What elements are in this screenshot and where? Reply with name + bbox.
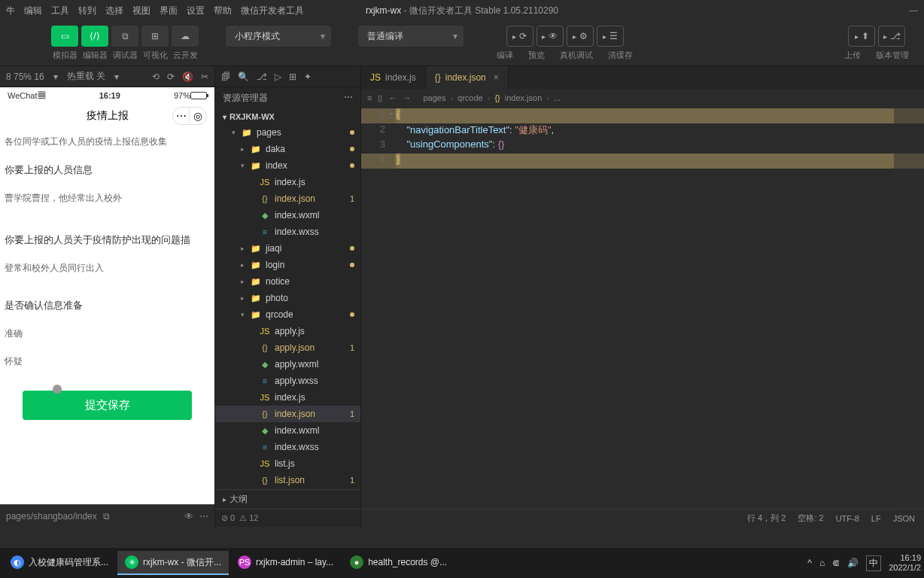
taskbar-item[interactable]: ●health_records @... bbox=[342, 551, 454, 575]
tray-cloud-icon[interactable]: ⌂ bbox=[819, 558, 825, 568]
tree-item-photo[interactable]: ▸📁photo bbox=[215, 290, 360, 306]
tray-ime[interactable]: 中 bbox=[866, 555, 881, 571]
tree-item-index.json[interactable]: {}index.json1 bbox=[215, 406, 360, 422]
cursor-pos[interactable]: 行 4，列 2 bbox=[747, 513, 786, 524]
mode-dropdown[interactable]: 小程序模式 bbox=[226, 26, 331, 47]
tray-up-icon[interactable]: ^ bbox=[807, 558, 812, 568]
clear-cache-button[interactable]: ☰ bbox=[597, 26, 624, 47]
menu-goto[interactable]: 转到 bbox=[78, 5, 96, 17]
tree-item-pages[interactable]: ▾📁pages bbox=[215, 124, 360, 141]
taskbar: ◐入校健康码管理系...✳rxjkm-wx - 微信开...PSrxjkm-ad… bbox=[0, 548, 924, 578]
submit-button[interactable]: 提交保存 bbox=[23, 391, 192, 420]
version-button[interactable]: ⎇ bbox=[878, 26, 905, 47]
tree-item-index.js[interactable]: JSindex.js bbox=[215, 174, 360, 190]
tab-index.json[interactable]: {}index.json× bbox=[426, 66, 509, 89]
refresh-icon[interactable]: ⟲ bbox=[152, 71, 160, 82]
tree-item-index.wxml[interactable]: ◆index.wxml bbox=[215, 422, 360, 439]
menu-wechat[interactable]: 微信开发者工具 bbox=[241, 5, 304, 17]
lang-mode[interactable]: JSON bbox=[893, 514, 915, 523]
menu-ui[interactable]: 界面 bbox=[160, 5, 178, 17]
tree-item-jiaqi[interactable]: ▸📁jiaqi bbox=[215, 240, 360, 257]
breadcrumb[interactable]: ≡ ▯ ← → pages› qrcode› {} index.json› ..… bbox=[361, 89, 924, 107]
back-icon[interactable]: ← bbox=[388, 93, 397, 103]
eye-icon[interactable]: 👁 bbox=[184, 511, 193, 522]
bookmark-icon[interactable]: ▯ bbox=[378, 93, 382, 103]
editor-toggle[interactable]: ⟨/⟩ bbox=[81, 26, 108, 47]
ext-icon[interactable]: ⊞ bbox=[289, 71, 296, 82]
plugin-icon[interactable]: ✦ bbox=[304, 71, 312, 82]
minimap[interactable] bbox=[894, 107, 924, 509]
simulator-panel: 8 75% 16▾ 热重载 关▾ ⟲ ⟳ 🔇 ✂ WeChat𝍤 16:19 9… bbox=[0, 66, 214, 527]
more-icon[interactable]: ⋯ bbox=[199, 511, 208, 522]
code-area[interactable]: 1⌄{ 2 "navigationBarTitleText": "健康码", 3… bbox=[361, 107, 924, 509]
eol[interactable]: LF bbox=[871, 514, 881, 523]
copy-icon[interactable]: ⧉ bbox=[103, 511, 110, 522]
explorer-panel: 🗐 🔍 ⎇ ▷ ⊞ ✦ 资源管理器⋯ RXJKM-WX ▾📁pages▸📁dak… bbox=[214, 66, 361, 527]
phone-preview: WeChat𝍤 16:19 97% 疫情上报 ⋯◎ 各位同学或工作人员的疫情上报… bbox=[0, 87, 214, 504]
compile-button[interactable]: ⟳ bbox=[506, 26, 533, 47]
menu-file[interactable]: 牛 bbox=[6, 5, 15, 17]
tree-item-index.wxml[interactable]: ◆index.wxml bbox=[215, 207, 360, 224]
menu-select[interactable]: 选择 bbox=[105, 5, 123, 17]
tree-item-login[interactable]: ▸📁login bbox=[215, 257, 360, 273]
tree-item-qrcode[interactable]: ▾📁qrcode bbox=[215, 306, 360, 323]
tree-item-apply.js[interactable]: JSapply.js bbox=[215, 323, 360, 339]
more-icon[interactable]: ⋯ bbox=[344, 92, 353, 105]
simulator-toggle[interactable]: ▭ bbox=[51, 26, 78, 47]
close-icon[interactable]: × bbox=[494, 72, 499, 83]
tree-item-list.wxml[interactable]: ◆list.wxml bbox=[215, 488, 360, 489]
tray-wifi-icon[interactable]: ⋐ bbox=[832, 558, 840, 568]
compile-dropdown[interactable]: 普通编译 bbox=[358, 26, 464, 47]
tree-item-index.wxss[interactable]: ≡index.wxss bbox=[215, 224, 360, 240]
menu-settings[interactable]: 设置 bbox=[187, 5, 205, 17]
taskbar-item[interactable]: ◐入校健康码管理系... bbox=[3, 551, 116, 575]
cloud-toggle[interactable]: ☁ bbox=[172, 26, 199, 47]
cut-icon[interactable]: ✂ bbox=[201, 71, 208, 82]
tree-item-apply.json[interactable]: {}apply.json1 bbox=[215, 339, 360, 356]
mute-icon[interactable]: 🔇 bbox=[182, 71, 193, 82]
menu-view[interactable]: 视图 bbox=[132, 5, 150, 17]
editor-statusbar: 行 4，列 2 空格: 2 UTF-8 LF JSON bbox=[361, 509, 924, 527]
tree-item-list.js[interactable]: JSlist.js bbox=[215, 455, 360, 472]
fwd-icon[interactable]: → bbox=[403, 93, 411, 103]
debugger-toggle[interactable]: ⧉ bbox=[111, 26, 138, 47]
taskbar-item[interactable]: PSrxjkm-admin – lay... bbox=[230, 551, 341, 575]
tree-item-index.json[interactable]: {}index.json1 bbox=[215, 190, 360, 207]
capsule[interactable]: ⋯◎ bbox=[172, 107, 207, 125]
tree-item-list.json[interactable]: {}list.json1 bbox=[215, 472, 360, 488]
list-icon[interactable]: ≡ bbox=[367, 93, 372, 103]
menu-tools[interactable]: 工具 bbox=[51, 5, 69, 17]
menu-edit[interactable]: 编辑 bbox=[24, 5, 42, 17]
debug-icon[interactable]: ▷ bbox=[275, 71, 281, 82]
outline-section[interactable]: 大纲 bbox=[215, 489, 360, 509]
indent-info[interactable]: 空格: 2 bbox=[798, 513, 823, 524]
hot-reload[interactable]: 热重载 关 bbox=[67, 70, 105, 83]
tree-item-index.wxss[interactable]: ≡index.wxss bbox=[215, 439, 360, 455]
tray-volume-icon[interactable]: 🔊 bbox=[847, 558, 859, 568]
menu-help[interactable]: 帮助 bbox=[214, 5, 232, 17]
visualize-toggle[interactable]: ⊞ bbox=[141, 26, 169, 47]
minimize-button[interactable]: — bbox=[909, 5, 918, 16]
warning-count[interactable]: ⚠ 12 bbox=[239, 513, 258, 523]
search-icon[interactable]: 🔍 bbox=[238, 71, 249, 82]
window-title: rxjkm-wx - 微信开发者工具 Stable 1.05.2110290 bbox=[366, 5, 558, 17]
tree-item-index[interactable]: ▾📁index bbox=[215, 157, 360, 174]
tree-item-notice[interactable]: ▸📁notice bbox=[215, 273, 360, 290]
branch-icon[interactable]: ⎇ bbox=[257, 71, 267, 82]
preview-button[interactable]: 👁 bbox=[536, 26, 564, 47]
zoom-info[interactable]: 8 75% 16 bbox=[6, 71, 44, 82]
rotate-icon[interactable]: ⟳ bbox=[167, 71, 175, 82]
project-root[interactable]: RXJKM-WX bbox=[215, 109, 360, 124]
tree-item-apply.wxml[interactable]: ◆apply.wxml bbox=[215, 356, 360, 373]
tree-item-index.js[interactable]: JSindex.js bbox=[215, 389, 360, 406]
upload-button[interactable]: ⬆ bbox=[848, 26, 875, 47]
error-count[interactable]: ⊘ 0 bbox=[221, 513, 235, 523]
tree-item-daka[interactable]: ▸📁daka bbox=[215, 141, 360, 157]
files-icon[interactable]: 🗐 bbox=[221, 71, 230, 82]
remote-debug-button[interactable]: ⚙ bbox=[567, 26, 594, 47]
tray-clock[interactable]: 16:19 2022/1/2 bbox=[889, 553, 921, 573]
encoding[interactable]: UTF-8 bbox=[836, 514, 859, 523]
taskbar-item[interactable]: ✳rxjkm-wx - 微信开... bbox=[117, 551, 229, 575]
tree-item-apply.wxss[interactable]: ≡apply.wxss bbox=[215, 373, 360, 389]
tab-index.js[interactable]: JSindex.js bbox=[361, 66, 426, 89]
